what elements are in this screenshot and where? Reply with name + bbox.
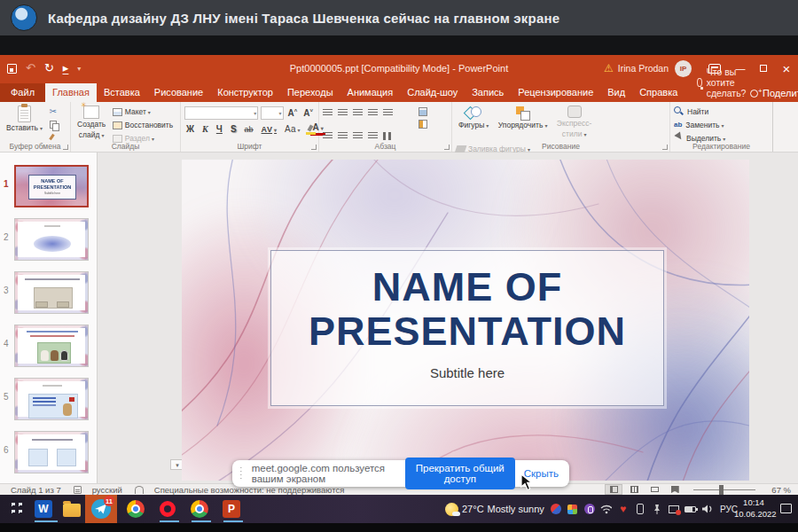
slide-sorter-view-button[interactable] — [625, 484, 643, 495]
paste-button[interactable]: Вставить — [4, 105, 45, 142]
font-size-combobox[interactable] — [261, 106, 283, 120]
telegram-badge: 11 — [104, 496, 114, 506]
convert-smartart-icon[interactable] — [419, 120, 427, 129]
copy-icon[interactable] — [50, 121, 58, 129]
tab-draw[interactable]: Рисование — [147, 83, 210, 102]
change-case-button[interactable]: Аа — [283, 123, 301, 137]
volume-icon[interactable] — [701, 504, 713, 515]
decrease-font-icon[interactable]: A˅ — [301, 105, 315, 120]
tell-me-box[interactable]: Что вы хотите сделать? — [697, 66, 750, 102]
tab-slideshow[interactable]: Слайд-шоу — [400, 83, 465, 102]
windows-logo-icon — [9, 503, 22, 516]
taskbar-telegram[interactable]: 11 — [85, 495, 117, 523]
paragraph-dialog-launcher-icon[interactable] — [444, 145, 450, 150]
replace-button[interactable]: abЗаменить — [674, 118, 769, 131]
align-center-icon[interactable] — [338, 132, 348, 140]
color-app-icon[interactable] — [567, 504, 578, 515]
news-app-icon[interactable] — [550, 504, 561, 515]
arrange-button[interactable]: Упорядочить — [496, 105, 551, 142]
align-left-icon[interactable] — [323, 132, 332, 140]
viber-icon[interactable] — [583, 504, 595, 515]
slide-title-placeholder[interactable]: NAME OF PRESENTATION Subtitle here — [270, 250, 664, 406]
battery-icon[interactable] — [685, 504, 696, 515]
tab-transitions[interactable]: Переходы — [280, 83, 340, 102]
find-button[interactable]: Найти — [674, 105, 769, 118]
tab-file[interactable]: Файл — [0, 83, 45, 102]
tab-design[interactable]: Конструктор — [210, 83, 280, 102]
account-avatar[interactable]: IP — [675, 60, 692, 77]
start-button[interactable] — [5, 499, 25, 519]
cut-icon[interactable]: ✂ — [50, 107, 57, 116]
monitor-alert-icon[interactable] — [668, 504, 679, 515]
zoom-slider-thumb[interactable] — [719, 485, 724, 495]
tab-view[interactable]: Вид — [600, 83, 632, 102]
clipboard-dialog-launcher-icon[interactable] — [63, 145, 68, 150]
wifi-icon[interactable] — [600, 504, 612, 515]
slide-thumbnail-1[interactable]: NAME OF PRESENTATION Subtitle here — [14, 165, 89, 207]
shapes-button[interactable]: Фигуры — [456, 105, 491, 142]
italic-button[interactable]: К — [200, 123, 210, 136]
slide-thumbnail-5[interactable] — [14, 378, 89, 420]
underline-button[interactable]: Ч — [215, 123, 224, 136]
align-text-icon[interactable] — [419, 107, 427, 116]
taskbar-opera[interactable] — [158, 499, 177, 519]
text-shadow-button[interactable]: S — [229, 123, 239, 136]
warning-icon[interactable]: ⚠ — [604, 62, 614, 74]
spellcheck-icon[interactable] — [74, 486, 82, 494]
justify-icon[interactable] — [368, 132, 378, 140]
taskbar-explorer[interactable] — [62, 499, 82, 519]
share-button[interactable]: Поделиться — [750, 88, 798, 102]
zoom-slider[interactable] — [693, 489, 755, 490]
slideshow-view-button[interactable] — [666, 484, 684, 495]
taskbar-chrome-2[interactable] — [190, 499, 209, 519]
drawing-dialog-launcher-icon[interactable] — [662, 145, 668, 150]
line-spacing-icon[interactable] — [383, 109, 393, 117]
slide-thumbnail-panel[interactable]: 1 NAME OF PRESENTATION Subtitle here 2 — [0, 153, 98, 483]
align-right-icon[interactable] — [353, 132, 363, 140]
taskbar-clock[interactable]: 10:14 10.06.2022 — [734, 497, 773, 520]
antivirus-heart-icon[interactable]: ♥ — [617, 504, 629, 515]
increase-indent-icon[interactable] — [368, 109, 378, 117]
font-name-combobox[interactable] — [184, 106, 258, 120]
reset-button[interactable]: Восстановить — [113, 120, 173, 130]
new-slide-button[interactable]: Создать слайд — [74, 105, 108, 142]
language-indicator[interactable]: русский — [92, 485, 122, 495]
bullets-icon[interactable] — [323, 109, 332, 117]
restore-button[interactable] — [752, 55, 775, 82]
account-name[interactable]: Irina Prodan — [618, 63, 669, 74]
columns-icon[interactable] — [383, 132, 393, 140]
slide-thumbnail-2[interactable] — [14, 218, 89, 261]
phone-link-icon[interactable] — [634, 504, 645, 515]
quick-styles-button[interactable]: Экспресс- стили — [554, 105, 595, 142]
slide-thumbnail-3[interactable] — [14, 271, 89, 314]
tab-insert[interactable]: Вставка — [97, 83, 147, 102]
slide-thumbnail-4[interactable] — [14, 325, 89, 367]
stop-sharing-button[interactable]: Прекратить общий доступ — [405, 458, 515, 489]
drag-handle-icon[interactable] — [240, 467, 244, 480]
action-center-icon[interactable] — [780, 504, 792, 513]
slide-thumbnail-6[interactable] — [14, 431, 89, 473]
normal-view-button[interactable] — [605, 484, 622, 495]
strikethrough-button[interactable]: ab — [243, 123, 255, 136]
zoom-percentage[interactable]: 67 % — [763, 485, 791, 495]
font-dialog-launcher-icon[interactable] — [311, 145, 317, 150]
slide-canvas[interactable]: NAME OF PRESENTATION Subtitle here — [182, 160, 749, 481]
tab-record[interactable]: Запись — [465, 83, 511, 102]
weather-widget[interactable]: 27°C Mostly sunny — [445, 495, 544, 523]
tab-animations[interactable]: Анимация — [340, 83, 401, 102]
tab-home[interactable]: Главная — [45, 83, 97, 102]
close-button[interactable]: × — [775, 55, 798, 82]
character-spacing-button[interactable]: АV — [260, 123, 279, 137]
tab-review[interactable]: Рецензирование — [511, 83, 600, 102]
increase-font-icon[interactable]: A˄ — [286, 105, 300, 120]
tab-help[interactable]: Справка — [632, 83, 685, 102]
layout-button[interactable]: Макет — [113, 106, 173, 117]
bold-button[interactable]: Ж — [184, 123, 196, 136]
taskbar-powerpoint[interactable]: P — [222, 499, 241, 519]
pin-icon[interactable] — [651, 504, 662, 515]
taskbar-word[interactable]: W — [34, 499, 53, 519]
reading-view-button[interactable] — [645, 484, 663, 495]
decrease-indent-icon[interactable] — [353, 109, 363, 117]
numbering-icon[interactable] — [338, 109, 348, 117]
taskbar-chrome-1[interactable] — [126, 499, 145, 519]
